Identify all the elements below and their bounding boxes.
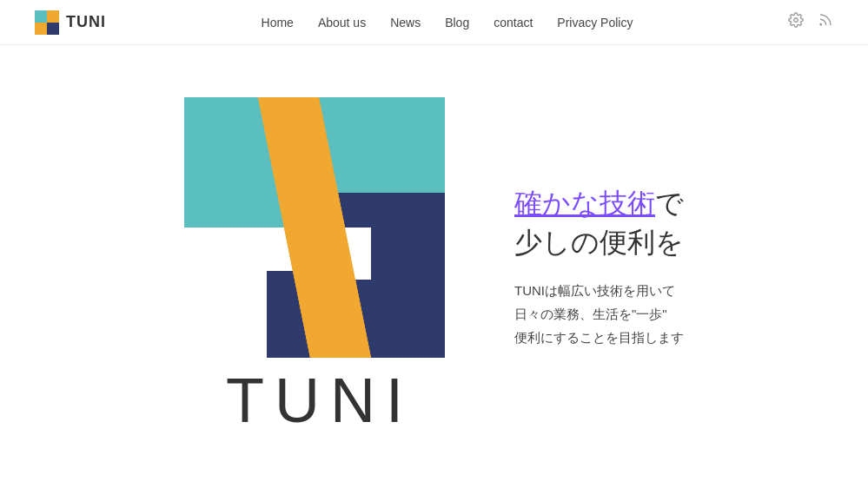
hero-heading: 確かな技術で少しの便利を: [514, 184, 684, 262]
nav-blog[interactable]: Blog: [445, 16, 469, 30]
svg-rect-12: [319, 97, 445, 193]
svg-rect-3: [47, 23, 59, 35]
logo-area[interactable]: TUNI: [35, 10, 106, 35]
svg-rect-1: [47, 10, 59, 23]
hero-subtext-line2: 日々の業務、生活を"一歩": [514, 307, 667, 321]
main-content: TUNI 確かな技術で少しの便利を TUNIは幅広い技術を用いて 日々の業務、生…: [0, 45, 868, 488]
logo-wordmark: TUNI: [184, 365, 445, 436]
hero-subtext-line1: TUNIは幅広い技術を用いて: [514, 283, 675, 298]
nav-news[interactable]: News: [390, 16, 421, 30]
nav-home[interactable]: Home: [262, 16, 294, 30]
nav-about[interactable]: About us: [318, 16, 366, 30]
svg-rect-2: [35, 23, 47, 35]
rss-icon[interactable]: [818, 12, 833, 32]
main-nav: Home About us News Blog contact Privacy …: [262, 16, 633, 30]
svg-rect-14: [371, 193, 445, 280]
hero-heading-highlight: 確かな技術: [514, 188, 655, 219]
logo-text: TUNI: [66, 13, 106, 31]
hero-text-block: 確かな技術で少しの便利を TUNIは幅広い技術を用いて 日々の業務、生活を"一歩…: [514, 184, 684, 350]
svg-point-4: [794, 18, 798, 23]
logo-graphic: [184, 97, 445, 358]
hero-subtext-line3: 便利にすることを目指します: [514, 330, 684, 345]
svg-point-5: [820, 24, 822, 26]
settings-icon[interactable]: [788, 12, 804, 32]
hero-subtext: TUNIは幅広い技術を用いて 日々の業務、生活を"一歩" 便利にすることを目指し…: [514, 279, 684, 349]
svg-rect-0: [35, 10, 47, 23]
logo-icon: [35, 10, 59, 35]
logo-visual: TUNI: [184, 97, 445, 436]
nav-icons: [788, 12, 833, 32]
nav-privacy[interactable]: Privacy Policy: [557, 16, 633, 30]
nav-contact[interactable]: contact: [494, 16, 533, 30]
site-header: TUNI Home About us News Blog contact Pri…: [0, 0, 868, 45]
